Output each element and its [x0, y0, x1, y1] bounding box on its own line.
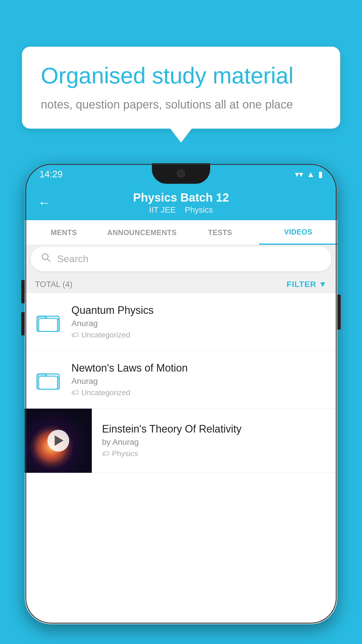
- bubble-heading: Organised study material: [41, 63, 321, 89]
- subtitle-iit: IIT JEE: [149, 205, 176, 214]
- status-time: 14:29: [39, 169, 63, 180]
- vol-up-button: [21, 280, 25, 303]
- item-tag: 🏷 Uncategorized: [71, 388, 327, 397]
- video-thumbnail: [25, 409, 92, 473]
- svg-rect-3: [39, 318, 57, 331]
- notch: [152, 163, 210, 184]
- svg-line-1: [47, 259, 50, 262]
- tag-icon: 🏷: [71, 388, 79, 397]
- battery-icon: ▮: [318, 169, 323, 179]
- app-header: ← Physics Batch 12 IIT JEE Physics: [25, 185, 337, 220]
- tag-label: Physics: [112, 449, 138, 458]
- item-author: Anurag: [71, 319, 327, 328]
- content-area: Quantum Physics Anurag 🏷 Uncategorized: [25, 293, 337, 624]
- list-item[interactable]: Quantum Physics Anurag 🏷 Uncategorized: [25, 293, 337, 351]
- tab-announcements[interactable]: ANNOUNCEMENTS: [103, 220, 181, 245]
- item-title: Einstein's Theory Of Relativity: [102, 423, 327, 435]
- item-info: Newton's Laws of Motion Anurag 🏷 Uncateg…: [71, 362, 327, 397]
- camera: [177, 169, 185, 178]
- tag-icon: 🏷: [71, 330, 79, 340]
- tag-icon: 🏷: [102, 449, 110, 458]
- play-triangle-icon: [55, 435, 64, 446]
- tab-tests[interactable]: TESTS: [181, 220, 259, 245]
- bubble-subtext: notes, question papers, solutions all at…: [41, 96, 321, 113]
- folder-icon: [35, 309, 61, 335]
- item-tag: 🏷 Uncategorized: [71, 330, 327, 340]
- folder-icon: [35, 367, 61, 393]
- tabs-bar: MENTS ANNOUNCEMENTS TESTS VIDEOS: [25, 220, 337, 245]
- app-title: Physics Batch 12: [133, 191, 229, 204]
- search-bar[interactable]: Search: [31, 246, 331, 271]
- list-item[interactable]: Newton's Laws of Motion Anurag 🏷 Uncateg…: [25, 351, 337, 409]
- search-placeholder: Search: [57, 253, 89, 265]
- total-count: TOTAL (4): [35, 280, 73, 289]
- filter-label: FILTER: [287, 280, 316, 289]
- item-tag: 🏷 Physics: [102, 449, 327, 458]
- item-title: Quantum Physics: [71, 304, 327, 316]
- item-info: Quantum Physics Anurag 🏷 Uncategorized: [71, 304, 327, 340]
- wifi-icon: ▾▾: [295, 169, 303, 179]
- search-icon: [41, 252, 51, 265]
- item-title: Newton's Laws of Motion: [71, 362, 327, 374]
- tab-ments[interactable]: MENTS: [25, 220, 103, 245]
- phone-container: 14:29 ▾▾ ▲ ▮ ← Physics Batch 12 IIT JEE …: [25, 163, 337, 644]
- item-author: by Anurag: [102, 438, 327, 447]
- vol-down-button: [21, 312, 25, 335]
- phone-frame: 14:29 ▾▾ ▲ ▮ ← Physics Batch 12 IIT JEE …: [25, 163, 337, 624]
- filter-button[interactable]: FILTER ▼: [287, 280, 327, 289]
- tab-videos[interactable]: VIDEOS: [259, 220, 337, 245]
- status-icons: ▾▾ ▲ ▮: [295, 169, 323, 179]
- speech-bubble: Organised study material notes, question…: [22, 47, 340, 129]
- item-info: Einstein's Theory Of Relativity by Anura…: [102, 414, 327, 467]
- tag-label: Uncategorized: [81, 330, 130, 340]
- play-button[interactable]: [48, 430, 69, 452]
- list-item[interactable]: Einstein's Theory Of Relativity by Anura…: [25, 409, 337, 473]
- subtitle-physics: Physics: [185, 205, 213, 214]
- back-button[interactable]: ←: [38, 195, 51, 210]
- header-title-section: Physics Batch 12 IIT JEE Physics: [133, 191, 229, 215]
- tag-label: Uncategorized: [81, 388, 130, 397]
- svg-rect-5: [39, 376, 57, 389]
- power-button: [337, 295, 341, 330]
- phone-screen: 14:29 ▾▾ ▲ ▮ ← Physics Batch 12 IIT JEE …: [25, 163, 337, 624]
- app-subtitle: IIT JEE Physics: [133, 205, 229, 215]
- item-author: Anurag: [71, 377, 327, 386]
- filter-icon: ▼: [319, 280, 327, 289]
- filter-row: TOTAL (4) FILTER ▼: [25, 276, 337, 293]
- signal-icon: ▲: [307, 170, 315, 179]
